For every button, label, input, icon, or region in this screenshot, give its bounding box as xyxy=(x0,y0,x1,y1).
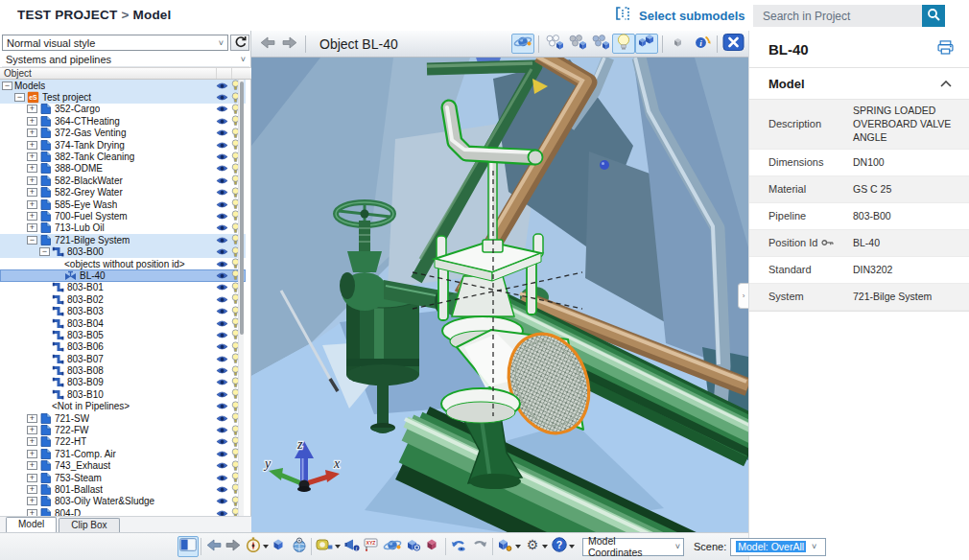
scrollbar-thumb[interactable] xyxy=(240,82,244,335)
view-cube-button[interactable] xyxy=(271,536,290,557)
visibility-eye-icon[interactable] xyxy=(216,378,231,386)
tree-expander-icon[interactable]: + xyxy=(27,426,37,434)
tree-expander-icon[interactable]: + xyxy=(27,509,37,516)
visibility-eye-icon[interactable] xyxy=(216,260,231,268)
info-megaphone-button[interactable]: i xyxy=(343,536,362,557)
tree-row[interactable]: +722-HT xyxy=(0,436,246,448)
section-model-header[interactable]: Model xyxy=(749,68,969,100)
tree-row[interactable]: 803-B08 xyxy=(0,364,246,376)
tree-row[interactable]: −721-Bilge System xyxy=(0,234,246,245)
tree-expander-icon[interactable]: + xyxy=(27,128,37,137)
tree-row[interactable]: +388-ODME xyxy=(0,163,246,175)
nav-back-button[interactable] xyxy=(203,536,224,557)
tree-expander-icon[interactable]: + xyxy=(27,474,37,482)
refresh-button[interactable] xyxy=(230,35,249,51)
tree-expander-icon[interactable]: − xyxy=(27,236,37,245)
visible-objects-cubes-button[interactable] xyxy=(543,34,566,54)
panel-toggle-button[interactable] xyxy=(177,536,199,557)
visibility-eye-icon[interactable] xyxy=(216,283,231,292)
tree-row[interactable]: −eSTest project xyxy=(0,91,246,103)
selected-objects-cubes-button[interactable] xyxy=(589,34,612,54)
tab-clip-box[interactable]: Clip Box xyxy=(59,518,119,532)
visibility-eye-icon[interactable] xyxy=(216,271,231,280)
visibility-eye-icon[interactable] xyxy=(216,223,231,232)
tree-row[interactable]: +364-CTHeating xyxy=(0,115,246,127)
solid-view-cubes-button[interactable] xyxy=(635,34,658,54)
visibility-eye-icon[interactable] xyxy=(216,319,231,328)
tree-expander-icon[interactable]: − xyxy=(2,82,12,90)
xyz-note-button[interactable]: XYZ xyxy=(362,536,381,557)
tree-row[interactable]: +700-Fuel System xyxy=(0,210,246,222)
panel-expander-button[interactable]: › xyxy=(738,283,748,309)
tree-row[interactable]: +382-Tank Cleaning xyxy=(0,151,246,162)
tree-row[interactable]: −803-B00 xyxy=(0,245,246,257)
visibility-eye-icon[interactable] xyxy=(216,474,231,482)
measure-tape-button[interactable] xyxy=(314,536,343,557)
dimmed-objects-cubes-button[interactable] xyxy=(566,34,589,54)
close-view-button[interactable] xyxy=(721,34,744,54)
tree-row[interactable]: +722-FW xyxy=(0,424,246,435)
tree-row[interactable]: +803-Oily Water&Sludge xyxy=(0,496,246,507)
tree-expander-icon[interactable]: + xyxy=(27,117,37,126)
visibility-eye-icon[interactable] xyxy=(216,307,231,315)
blue-marker-dot[interactable] xyxy=(600,160,609,170)
visibility-eye-icon[interactable] xyxy=(216,117,231,126)
model-tools-cube-button[interactable] xyxy=(495,536,523,557)
breadcrumb-project[interactable]: TEST PROJECT xyxy=(17,8,117,22)
filter-combo[interactable]: Systems and pipelines ˅ xyxy=(2,53,249,67)
tree-expander-icon[interactable]: + xyxy=(27,450,37,458)
tree-row[interactable]: −Models xyxy=(0,80,246,91)
tree-expander-icon[interactable]: + xyxy=(27,200,37,209)
3d-scene[interactable]: y z x xyxy=(251,58,748,532)
visibility-eye-icon[interactable] xyxy=(216,450,231,458)
tree-row[interactable]: 803-B07 xyxy=(0,353,246,364)
view-forward-button[interactable] xyxy=(278,34,301,54)
visibility-eye-icon[interactable] xyxy=(216,152,231,161)
visibility-eye-icon[interactable] xyxy=(216,212,231,221)
view-back-button[interactable] xyxy=(255,34,278,54)
tree-expander-icon[interactable]: + xyxy=(27,414,37,423)
undo-view-button[interactable] xyxy=(448,536,469,557)
visibility-eye-icon[interactable] xyxy=(216,426,231,434)
select-submodels-button[interactable]: Select submodels xyxy=(615,7,745,24)
search-button[interactable] xyxy=(922,5,945,27)
tree-row[interactable]: 803-B01 xyxy=(0,282,246,293)
tree-column-header[interactable]: Object xyxy=(0,67,251,80)
tree-expander-icon[interactable]: − xyxy=(14,93,25,102)
tree-row[interactable]: +374-Tank Drying xyxy=(0,139,246,151)
tree-expander-icon[interactable]: + xyxy=(27,141,37,150)
tree-row[interactable]: +352-Cargo xyxy=(0,104,246,115)
world-locate-button[interactable] xyxy=(290,536,309,557)
small-cube-button[interactable] xyxy=(667,34,690,54)
tree-row[interactable]: +804-D xyxy=(0,507,246,516)
orbit-view-button[interactable] xyxy=(381,536,404,557)
visibility-eye-icon[interactable] xyxy=(216,295,231,304)
search-input[interactable] xyxy=(753,5,922,27)
visibility-eye-icon[interactable] xyxy=(216,402,231,410)
visibility-eye-icon[interactable] xyxy=(216,236,231,245)
redo-view-button[interactable] xyxy=(469,536,490,557)
visibility-eye-icon[interactable] xyxy=(216,141,231,150)
tree-row[interactable]: <objects without position id> xyxy=(0,258,246,269)
visibility-eye-icon[interactable] xyxy=(216,93,231,102)
visibility-eye-icon[interactable] xyxy=(216,82,231,90)
visibility-eye-icon[interactable] xyxy=(216,437,231,446)
orbit-view-button[interactable] xyxy=(511,34,534,54)
coordinates-combo[interactable]: Model Coordinates˅ xyxy=(582,538,684,556)
visibility-eye-icon[interactable] xyxy=(216,105,231,113)
visibility-eye-icon[interactable] xyxy=(216,128,231,137)
tab-model[interactable]: Model xyxy=(6,517,57,532)
compass-view-button[interactable] xyxy=(244,536,271,557)
tree-row[interactable]: +372-Gas Venting xyxy=(0,128,246,139)
tree-row[interactable]: +713-Lub Oil xyxy=(0,222,246,234)
visibility-eye-icon[interactable] xyxy=(216,176,231,185)
tree-row[interactable]: 803-B04 xyxy=(0,317,246,329)
visibility-eye-icon[interactable] xyxy=(216,164,231,173)
breadcrumb[interactable]: TEST PROJECT>Model xyxy=(17,8,172,22)
tree-expander-icon[interactable]: + xyxy=(27,105,37,113)
tree-row[interactable]: 803-B05 xyxy=(0,329,246,340)
tree-row[interactable]: <Not in Pipelines> xyxy=(0,401,246,412)
visibility-eye-icon[interactable] xyxy=(216,188,231,197)
chevron-up-icon[interactable] xyxy=(940,81,952,87)
help-button[interactable]: ? xyxy=(550,536,577,557)
